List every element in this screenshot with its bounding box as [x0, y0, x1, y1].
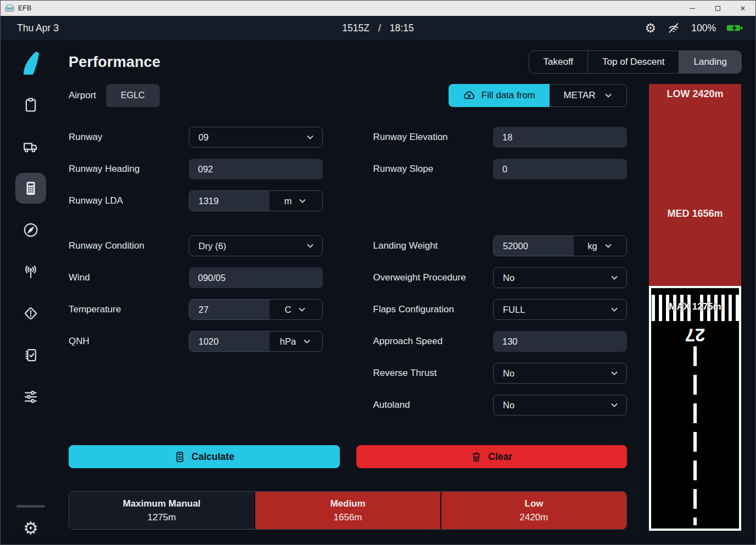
time-separator: /	[378, 23, 381, 34]
temperature-unit-select[interactable]: C	[270, 300, 322, 319]
runway-centerline	[693, 346, 697, 525]
field-value: 130	[502, 336, 518, 347]
field-runway-slope: Runway Slope 0	[373, 159, 628, 179]
field-label: Runway Elevation	[373, 132, 494, 143]
sidebar-item-preferences[interactable]	[15, 381, 46, 412]
field-value: No	[503, 368, 514, 379]
field-label: Autoland	[373, 400, 494, 411]
autoland-select[interactable]: No	[493, 395, 627, 415]
calculate-button[interactable]: Calculate	[69, 445, 340, 468]
overweight-procedure-select[interactable]: No	[493, 267, 627, 288]
runway-heading-input[interactable]: 092	[189, 159, 323, 179]
temperature-input[interactable]: 27	[189, 300, 270, 319]
hazard-diamond-icon	[23, 305, 39, 322]
runway-lda-input[interactable]: 1319	[189, 191, 270, 211]
qnh-unit-select[interactable]: hPa	[270, 332, 322, 351]
runway-select[interactable]: 09	[189, 127, 323, 148]
chevron-down-icon	[303, 337, 311, 346]
result-name: Low	[525, 498, 544, 509]
result-name: Medium	[330, 498, 365, 509]
field-autoland: Autoland No	[373, 395, 628, 415]
field-label: QNH	[69, 336, 189, 347]
clock: 1515Z / 18:15	[342, 23, 413, 34]
antenna-icon	[23, 263, 39, 280]
result-value: 1656m	[334, 512, 362, 523]
max-distance-label: MAX 1275m	[651, 301, 739, 312]
utc-time: 1515Z	[342, 23, 369, 34]
runway-lda-unit-select[interactable]: m	[270, 191, 322, 211]
field-runway-lda: Runway LDA 1319 m	[69, 190, 323, 211]
cloud-download-icon	[463, 89, 475, 102]
runway-elevation-input[interactable]: 18	[493, 127, 627, 148]
runway-condition-select[interactable]: Dry (6)	[189, 235, 323, 256]
landing-weight-unit-select[interactable]: kg	[574, 236, 626, 256]
flaps-configuration-select[interactable]: FULL	[493, 299, 627, 320]
sidebar-item-comms[interactable]	[15, 256, 46, 287]
chevron-down-icon	[298, 305, 306, 314]
sidebar-item-performance-calculator[interactable]	[15, 173, 46, 204]
gear-icon: ⚙	[23, 519, 38, 538]
fill-source-value: METAR	[563, 90, 595, 101]
clear-button[interactable]: Clear	[356, 445, 628, 468]
field-label: Landing Weight	[373, 240, 494, 251]
sliders-icon	[23, 389, 39, 405]
performance-tabs: Takeoff Top of Descent Landing	[529, 50, 742, 74]
gear-icon[interactable]: ⚙	[645, 22, 657, 35]
landing-weight-input[interactable]: 52000	[494, 236, 574, 256]
sidebar-item-checklist[interactable]	[15, 340, 46, 370]
sidebar-item-ground-ops[interactable]	[15, 131, 46, 162]
maximize-button[interactable]	[705, 1, 730, 16]
sidebar-item-settings[interactable]: ⚙	[23, 520, 38, 537]
minimize-button[interactable]	[680, 1, 705, 16]
chevron-down-icon	[306, 241, 315, 250]
tab-takeoff[interactable]: Takeoff	[529, 51, 588, 73]
landing-distance-results: Maximum Manual 1275m Medium 1656m Low 24…	[69, 491, 627, 530]
field-overweight-procedure: Overweight Procedure No	[373, 267, 628, 288]
field-value: No	[503, 273, 514, 283]
window-title: EFB	[18, 4, 31, 12]
sidebar-item-hazards[interactable]	[15, 298, 46, 329]
os-titlebar: EFB ✕	[1, 1, 755, 16]
field-label: Runway	[69, 132, 189, 143]
airline-logo-icon	[19, 50, 42, 76]
field-label: Overweight Procedure	[373, 272, 494, 283]
tab-top-of-descent[interactable]: Top of Descent	[587, 51, 679, 73]
efb-window: EFB ✕ Thu Apr 3 1515Z / 18:15 ⚙ 100%	[0, 0, 756, 545]
fill-source-select[interactable]: METAR	[550, 84, 627, 107]
field-label: Approach Speed	[373, 336, 494, 347]
sidebar-item-clipboard[interactable]	[15, 89, 46, 120]
field-runway: Runway 09	[69, 127, 323, 148]
result-maximum-manual: Maximum Manual 1275m	[69, 492, 254, 529]
field-value: 52000	[503, 241, 528, 251]
field-label: Runway Condition	[69, 240, 189, 251]
field-label: Runway Slope	[373, 164, 494, 175]
runway-number: 27	[651, 324, 739, 345]
app-statusbar: Thu Apr 3 1515Z / 18:15 ⚙ 100%	[1, 16, 755, 40]
field-value: Dry (6)	[199, 241, 226, 251]
field-reverse-thrust: Reverse Thrust No	[373, 363, 628, 384]
tab-landing[interactable]: Landing	[679, 51, 741, 73]
unit-value: C	[285, 305, 292, 315]
field-label: Wind	[69, 272, 189, 283]
unit-value: m	[284, 196, 292, 206]
airport-code-button[interactable]: EGLC	[106, 84, 160, 107]
airline-logo	[15, 48, 46, 78]
close-button[interactable]: ✕	[730, 1, 755, 16]
approach-speed-input[interactable]: 130	[493, 331, 627, 352]
sidebar: ⚙	[1, 40, 61, 544]
field-runway-elevation: Runway Elevation 18	[373, 127, 628, 148]
fill-data-label: Fill data from	[481, 90, 535, 101]
sidebar-item-navigation[interactable]	[15, 215, 46, 245]
field-label: Runway LDA	[69, 195, 189, 206]
field-landing-weight: Landing Weight 52000 kg	[373, 235, 628, 256]
reverse-thrust-select[interactable]: No	[493, 363, 627, 384]
field-qnh: QNH 1020 hPa	[69, 331, 323, 352]
fill-data-button[interactable]: Fill data from	[449, 84, 550, 107]
runway-slope-input[interactable]: 0	[493, 159, 627, 179]
qnh-input[interactable]: 1020	[189, 332, 270, 351]
field-label: Reverse Thrust	[373, 368, 494, 379]
chevron-down-icon	[298, 196, 307, 205]
wind-input[interactable]: 090/05	[189, 267, 323, 288]
chevron-down-icon	[604, 241, 613, 250]
result-medium: Medium 1656m	[254, 492, 440, 529]
